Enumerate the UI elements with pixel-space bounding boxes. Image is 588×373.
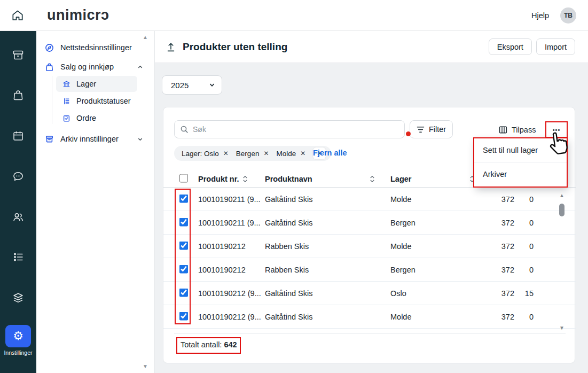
secondary-sidebar: ▲ Nettstedsinnstillinger Salg og innkjøp [36,31,155,373]
avatar[interactable]: TB [560,7,576,24]
chat-icon[interactable] [12,170,25,183]
cell-product-name: Galtåtind Skis [265,219,312,227]
export-button[interactable]: Eksport [489,38,532,55]
sidebar-item-produktstatuser[interactable]: Produktstatuser [56,93,137,109]
cell-product-nr: 10010190211 (9... [198,195,261,204]
search-box [174,120,405,138]
sidebar-item-salg-og-innkjop[interactable]: Salg og innkjøp [45,61,146,73]
row-checkbox[interactable] [179,217,188,226]
filter-button[interactable]: Filter [410,120,453,138]
table-row[interactable]: 10010190211 (9... Galtåtind Skis Molde 3… [163,188,576,211]
row-checkbox[interactable] [179,312,188,320]
search-input[interactable] [193,125,399,134]
nav-label: Nettstedsinnstillinger [60,43,132,52]
nav-label: Ordre [76,114,96,122]
sidebar-scroll-up-icon[interactable]: ▲ [143,35,148,40]
table-row[interactable]: 10010190212 Rabben Skis Bergen 372 0 [163,258,576,282]
layers-icon[interactable] [12,291,25,304]
chip-label: Bergen [236,150,260,158]
archive-drawer-icon[interactable] [12,49,25,61]
year-select[interactable]: 2025 [162,75,222,95]
sidebar-scroll-down-icon[interactable]: ▼ [143,364,148,369]
cursor-pointer-icon [548,131,568,156]
menu-item-arkiver[interactable]: Arkiver [474,162,567,186]
cell-product-nr: 10010190212 (9... [198,289,261,298]
row-checkbox[interactable] [179,265,188,273]
table-row[interactable]: 10010190212 (9... Galtåtind Skis Oslo 37… [163,282,576,305]
bullet-list-icon[interactable] [12,251,25,263]
chip-close-icon[interactable]: ✕ [223,150,229,157]
nav-label: Lager [76,80,96,88]
calendar-icon[interactable] [12,129,25,142]
clipboard-check-icon [62,114,70,122]
cell-warehouse: Bergen [390,219,415,227]
cell-qty: 372 [479,219,514,227]
cell-product-nr: 10010190211 (9... [198,219,261,227]
customize-button[interactable]: Tilpass [499,123,536,136]
import-button[interactable]: Import [536,38,575,55]
sort-icon[interactable] [242,175,248,183]
primary-sidebar: ⚙ Innstillinger [0,31,36,373]
cell-count: 0 [514,195,534,204]
nav-label: Salg og innkjøp [60,63,114,71]
row-checkbox[interactable] [179,288,188,297]
shopping-bag-icon[interactable] [12,89,25,102]
row-checkbox[interactable] [179,194,188,203]
column-header-lager[interactable]: Lager [390,175,412,183]
users-icon[interactable] [12,211,25,223]
page-header: Produkter uten telling Eksport Import [155,31,588,63]
help-link[interactable]: Hjelp [531,11,549,20]
clear-all-filters-link[interactable]: Fjern alle [313,149,347,157]
table-scroll-up-icon[interactable]: ▲ [558,193,566,198]
chevron-up-icon [137,64,143,70]
row-checkbox[interactable] [179,241,188,250]
select-all-checkbox[interactable] [179,174,188,182]
cell-warehouse: Molde [390,313,412,321]
table-scrollbar-thumb[interactable] [559,204,565,216]
column-header-produktnavn[interactable]: Produktnavn [265,175,312,183]
cell-qty: 372 [479,195,514,204]
cell-product-nr: 10010190212 (9... [198,313,261,321]
table-row[interactable]: 10010190212 (9... Galtåtind Skis Molde 3… [163,305,576,329]
nav-indent-guide [52,76,52,124]
sidebar-item-ordre[interactable]: Ordre [56,110,137,126]
sort-icon[interactable] [370,175,375,183]
upload-icon[interactable] [166,42,176,52]
table-row[interactable]: 10010190211 (9... Galtåtind Skis Bergen … [163,211,576,235]
cell-qty: 372 [479,313,514,321]
cell-product-nr: 10010190212 [198,242,246,251]
filter-chip: Molde ✕ [276,150,305,158]
cell-count: 0 [514,313,534,321]
cell-warehouse: Molde [390,242,412,251]
cell-product-name: Rabben Skis [265,242,309,251]
chevron-down-icon [137,136,143,142]
year-select-value: 2025 [171,81,189,90]
cell-warehouse: Oslo [390,289,406,298]
bag-icon [45,63,54,72]
table-row[interactable]: 10010190212 Rabben Skis Molde 372 0 [163,235,576,258]
cell-qty: 372 [479,266,514,274]
cell-qty: 372 [479,289,514,298]
sidebar-item-lager[interactable]: Lager [56,76,137,92]
chip-close-icon[interactable]: ✕ [300,150,305,157]
cell-product-name: Galtåtind Skis [265,195,312,204]
cell-product-name: Galtåtind Skis [265,289,312,298]
total-count: Totalt antall: 642 [181,340,237,349]
globe-icon [45,43,54,52]
sidebar-item-nettstedsinnstillinger[interactable]: Nettstedsinnstillinger [45,42,132,53]
settings-button[interactable]: ⚙ [5,325,31,347]
cell-count: 0 [514,219,534,227]
columns-icon [499,126,507,134]
chip-close-icon[interactable]: ✕ [263,150,269,157]
column-header-produkt-nr[interactable]: Produkt nr. [198,175,239,183]
cell-warehouse: Molde [390,195,412,204]
sidebar-item-arkiv-innstillinger[interactable]: Arkiv innstillinger [45,133,146,145]
home-icon[interactable] [11,9,25,22]
table-scroll-down-icon[interactable]: ▼ [558,325,566,331]
cell-count: 0 [514,242,534,251]
gear-icon: ⚙ [13,330,23,342]
warehouse-icon [62,80,70,88]
archive-icon [45,135,54,144]
cell-product-nr: 10010190212 [198,266,246,274]
total-value: 642 [224,340,237,349]
